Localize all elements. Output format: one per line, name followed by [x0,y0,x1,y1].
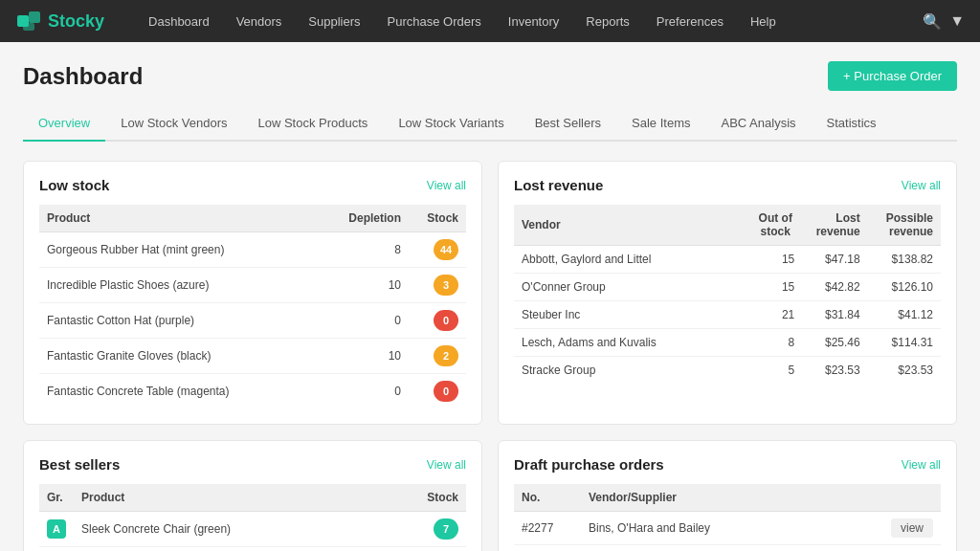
nav-dashboard[interactable]: Dashboard [135,0,223,42]
out-of-stock-value: 15 [748,246,802,274]
th-depletion: Depletion [315,205,409,232]
nav-right: 🔍 ▼ [923,12,965,31]
vendor-name: O'Conner Group [514,274,748,301]
table-row: A Sleek Concrete Chair (green) 7 [39,512,466,547]
tab-low-stock-vendors[interactable]: Low Stock Vendors [105,106,242,142]
possible-revenue-value: $41.12 [868,301,941,329]
po-action-cell: view [883,512,941,545]
po-vendor: Skiles Group [581,545,883,552]
draft-purchase-orders-card: Draft purchase orders View all No. Vendo… [498,440,957,551]
best-sellers-card: Best sellers View all Gr. Product Stock … [23,440,482,551]
th-vendor: Vendor [514,205,748,246]
nav-inventory[interactable]: Inventory [495,0,572,42]
logo-icon [15,8,42,34]
possible-revenue-value: $23.53 [868,357,941,385]
depletion-value: 10 [315,339,409,374]
th-bs-stock: Stock [409,484,466,512]
best-sellers-table: Gr. Product Stock A Sleek Concrete Chair… [39,484,466,551]
table-row: Stracke Group 5 $23.53 $23.53 [514,357,941,385]
low-stock-table: Product Depletion Stock Gorgeous Rubber … [39,205,466,408]
nav-purchase-orders[interactable]: Purchase Orders [374,0,495,42]
table-row: A Gorgeous Rubber Hat (mint green) 44 [39,547,466,552]
table-row: Incredible Plastic Shoes (azure) 10 3 [39,268,466,303]
vendor-name: Abbott, Gaylord and Littel [514,246,748,274]
grade-cell: A [39,512,74,547]
th-grade: Gr. [39,484,74,512]
table-row: Fantastic Cotton Hat (purple) 0 0 [39,303,466,339]
po-vendor: Bins, O'Hara and Bailey [581,512,883,545]
more-icon[interactable]: ▼ [949,12,965,30]
possible-revenue-value: $138.82 [868,246,941,274]
draft-po-title: Draft purchase orders [514,456,664,473]
th-stock: Stock [409,205,466,232]
search-icon[interactable]: 🔍 [923,12,942,31]
tab-low-stock-variants[interactable]: Low Stock Variants [383,106,519,142]
bs-stock-badge-cell: 7 [409,512,466,547]
tab-sale-items[interactable]: Sale Items [616,106,705,142]
best-sellers-view-all[interactable]: View all [427,458,466,472]
th-lost-revenue: Lost revenue [802,205,867,246]
nav-help[interactable]: Help [737,0,790,42]
topnav: Stocky Dashboard Vendors Suppliers Purch… [0,0,980,42]
po-view-button[interactable]: view [891,518,933,538]
tab-low-stock-products[interactable]: Low Stock Products [242,106,383,142]
draft-po-view-all[interactable]: View all [902,458,941,472]
table-row: O'Conner Group 15 $42.82 $126.10 [514,274,941,301]
tab-overview[interactable]: Overview [23,106,105,142]
low-stock-card: Low stock View all Product Depletion Sto… [23,161,482,425]
bs-product-name: Gorgeous Rubber Hat (mint green) [74,547,409,552]
table-row: Steuber Inc 21 $31.84 $41.12 [514,301,941,329]
tab-best-sellers[interactable]: Best Sellers [520,106,616,142]
th-action [883,484,941,512]
svg-rect-1 [29,11,40,23]
stock-badge-cell: 2 [409,339,466,374]
nav-suppliers[interactable]: Suppliers [295,0,373,42]
depletion-value: 0 [315,374,409,409]
th-possible-revenue: Possible revenue [868,205,941,246]
tab-statistics[interactable]: Statistics [812,106,892,142]
draft-po-header: Draft purchase orders View all [514,456,941,473]
lost-revenue-card: Lost revenue View all Vendor Out of stoc… [498,161,957,425]
best-sellers-title: Best sellers [39,456,120,473]
vendor-name: Lesch, Adams and Kuvalis [514,329,748,357]
table-row: Lesch, Adams and Kuvalis 8 $25.46 $114.3… [514,329,941,357]
nav-preferences[interactable]: Preferences [643,0,737,42]
nav-reports[interactable]: Reports [572,0,643,42]
th-out-of-stock: Out of stock [748,205,802,246]
lost-revenue-value: $42.82 [802,274,867,301]
best-sellers-header: Best sellers View all [39,456,466,473]
page-header: Dashboard + Purchase Order [23,61,957,91]
out-of-stock-value: 21 [748,301,802,329]
stock-badge: 0 [434,310,458,331]
out-of-stock-value: 8 [748,329,802,357]
lost-revenue-view-all[interactable]: View all [902,179,941,192]
product-name: Gorgeous Rubber Hat (mint green) [39,232,315,268]
th-bs-product: Product [74,484,409,512]
lost-revenue-header: Lost revenue View all [514,177,941,193]
stock-badge: 3 [434,275,458,296]
bs-product-name: Sleek Concrete Chair (green) [74,512,409,547]
table-row: Abbott, Gaylord and Littel 15 $47.18 $13… [514,246,941,274]
app-logo[interactable]: Stocky [15,8,104,34]
purchase-order-button[interactable]: + Purchase Order [828,61,957,91]
low-stock-view-all[interactable]: View all [427,179,466,192]
stock-badge: 2 [434,345,458,366]
th-vendor-supplier: Vendor/Supplier [581,484,883,512]
lost-revenue-table: Vendor Out of stock Lost revenue Possibl… [514,205,941,384]
bs-stock-badge-cell: 44 [409,547,466,552]
nav-vendors[interactable]: Vendors [223,0,296,42]
page-title: Dashboard [23,63,143,90]
lost-revenue-value: $47.18 [802,246,867,274]
tab-abc-analysis[interactable]: ABC Analysis [705,106,811,142]
lost-revenue-title: Lost revenue [514,177,603,193]
possible-revenue-value: $126.10 [868,274,941,301]
th-product: Product [39,205,315,232]
po-number: #2277 [514,512,581,545]
app-name: Stocky [48,11,104,32]
po-action-cell: view [883,545,941,552]
cards-grid: Low stock View all Product Depletion Sto… [23,161,957,551]
lost-revenue-value: $25.46 [802,329,867,357]
product-name: Incredible Plastic Shoes (azure) [39,268,315,303]
po-number: #2255 [514,545,581,552]
table-row: Fantastic Granite Gloves (black) 10 2 [39,339,466,374]
